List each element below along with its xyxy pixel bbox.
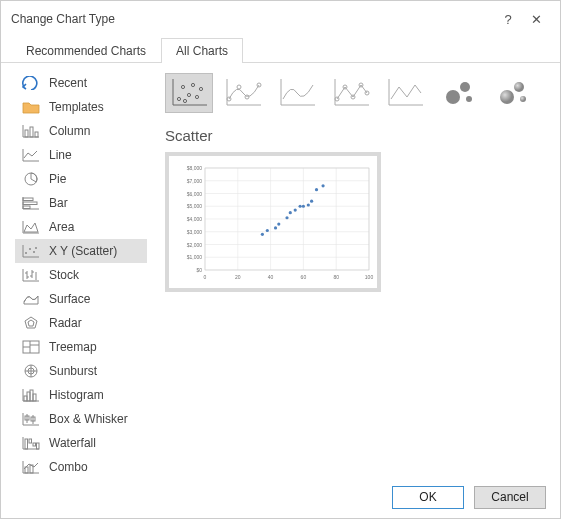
sidebar-item-label: Combo <box>49 460 88 474</box>
tab-all-charts[interactable]: All Charts <box>161 38 243 63</box>
svg-rect-54 <box>25 439 28 449</box>
svg-rect-10 <box>23 198 33 201</box>
sidebar-item-surface[interactable]: Surface <box>15 287 147 311</box>
scatter-smooth-markers-icon <box>223 77 263 109</box>
templates-icon <box>21 98 41 116</box>
subtype-scatter-smooth-markers[interactable] <box>219 73 267 113</box>
chart-category-list: Recent Templates Column Line Pie Bar Are… <box>1 63 151 477</box>
sidebar-item-label: Pie <box>49 172 66 186</box>
svg-point-70 <box>183 99 186 102</box>
sidebar-item-pie[interactable]: Pie <box>15 167 147 191</box>
sidebar-item-line[interactable]: Line <box>15 143 147 167</box>
tab-recommended[interactable]: Recommended Charts <box>11 38 161 63</box>
svg-text:60: 60 <box>301 274 307 280</box>
svg-rect-3 <box>30 127 33 137</box>
sidebar-item-label: Line <box>49 148 72 162</box>
dialog-footer: OK Cancel <box>1 477 560 517</box>
sidebar-item-treemap[interactable]: Treemap <box>15 335 147 359</box>
scatter-lines-icon <box>385 77 425 109</box>
subtype-scatter-smooth[interactable] <box>273 73 321 113</box>
sidebar-item-bar[interactable]: Bar <box>15 191 147 215</box>
sidebar-item-label: Treemap <box>49 340 97 354</box>
sidebar-item-radar[interactable]: Radar <box>15 311 147 335</box>
sidebar-item-area[interactable]: Area <box>15 215 147 239</box>
svg-point-68 <box>195 95 198 98</box>
svg-point-67 <box>191 83 194 86</box>
main-panel: Scatter $0$1,000$2,000$3,000$4,000$5,000… <box>151 63 560 477</box>
svg-point-66 <box>187 93 190 96</box>
chart-subtype-row <box>165 73 546 113</box>
cancel-button[interactable]: Cancel <box>474 486 546 509</box>
subtype-bubble-3d[interactable] <box>489 73 537 113</box>
subtype-scatter-lines[interactable] <box>381 73 429 113</box>
sidebar-item-templates[interactable]: Templates <box>15 95 147 119</box>
svg-point-69 <box>199 87 202 90</box>
sidebar-item-column[interactable]: Column <box>15 119 147 143</box>
line-icon <box>21 146 41 164</box>
svg-marker-31 <box>28 320 34 326</box>
subtype-scatter[interactable] <box>165 73 213 113</box>
box-whisker-icon <box>21 410 41 428</box>
svg-rect-11 <box>23 202 37 205</box>
scatter-glyph-icon <box>169 77 209 109</box>
svg-point-18 <box>29 248 31 250</box>
svg-point-88 <box>446 90 460 104</box>
sidebar-item-histogram[interactable]: Histogram <box>15 383 147 407</box>
sidebar-item-label: Templates <box>49 100 104 114</box>
sidebar-item-sunburst[interactable]: Sunburst <box>15 359 147 383</box>
subtype-scatter-lines-markers[interactable] <box>327 73 375 113</box>
svg-point-130 <box>289 211 292 214</box>
svg-point-125 <box>261 233 264 236</box>
column-icon <box>21 122 41 140</box>
svg-rect-55 <box>29 439 32 443</box>
radar-icon <box>21 314 41 332</box>
chart-preview-svg: $0$1,000$2,000$3,000$4,000$5,000$6,000$7… <box>175 162 375 284</box>
sidebar-item-combo[interactable]: Combo <box>15 455 147 477</box>
subtype-bubble[interactable] <box>435 73 483 113</box>
scatter-smooth-icon <box>277 77 317 109</box>
sidebar-item-recent[interactable]: Recent <box>15 71 147 95</box>
svg-point-65 <box>181 85 184 88</box>
svg-text:40: 40 <box>268 274 274 280</box>
svg-rect-4 <box>35 132 38 137</box>
svg-point-132 <box>299 205 302 208</box>
sidebar-item-label: Waterfall <box>49 436 96 450</box>
bubble-icon <box>439 77 479 109</box>
svg-point-135 <box>310 200 313 203</box>
chart-preview[interactable]: $0$1,000$2,000$3,000$4,000$5,000$6,000$7… <box>165 152 381 292</box>
svg-point-93 <box>520 96 526 102</box>
bubble-3d-icon <box>493 77 533 109</box>
tabs: Recommended Charts All Charts <box>1 37 560 63</box>
svg-point-64 <box>177 97 180 100</box>
svg-point-90 <box>466 96 472 102</box>
svg-rect-2 <box>25 130 28 137</box>
treemap-icon <box>21 338 41 356</box>
svg-rect-45 <box>33 394 36 401</box>
help-button[interactable]: ? <box>494 12 522 27</box>
svg-text:20: 20 <box>235 274 241 280</box>
ok-button[interactable]: OK <box>392 486 464 509</box>
titlebar: Change Chart Type ? ✕ <box>1 1 560 37</box>
sidebar-item-label: Area <box>49 220 74 234</box>
svg-rect-57 <box>37 443 40 449</box>
svg-text:$3,000: $3,000 <box>187 229 203 235</box>
svg-point-128 <box>277 223 280 226</box>
svg-text:$1,000: $1,000 <box>187 254 203 260</box>
svg-point-20 <box>35 247 37 249</box>
combo-icon <box>21 458 41 476</box>
sidebar-item-box-whisker[interactable]: Box & Whisker <box>15 407 147 431</box>
svg-text:$6,000: $6,000 <box>187 191 203 197</box>
svg-text:$5,000: $5,000 <box>187 203 203 209</box>
svg-point-91 <box>500 90 514 104</box>
sidebar-item-label: Column <box>49 124 90 138</box>
svg-point-89 <box>460 82 470 92</box>
svg-text:$4,000: $4,000 <box>187 216 203 222</box>
svg-point-133 <box>302 205 305 208</box>
sunburst-icon <box>21 362 41 380</box>
svg-text:$8,000: $8,000 <box>187 165 203 171</box>
sidebar-item-stock[interactable]: Stock <box>15 263 147 287</box>
sidebar-item-scatter[interactable]: X Y (Scatter) <box>15 239 147 263</box>
sidebar-item-waterfall[interactable]: Waterfall <box>15 431 147 455</box>
close-button[interactable]: ✕ <box>522 12 550 27</box>
histogram-icon <box>21 386 41 404</box>
